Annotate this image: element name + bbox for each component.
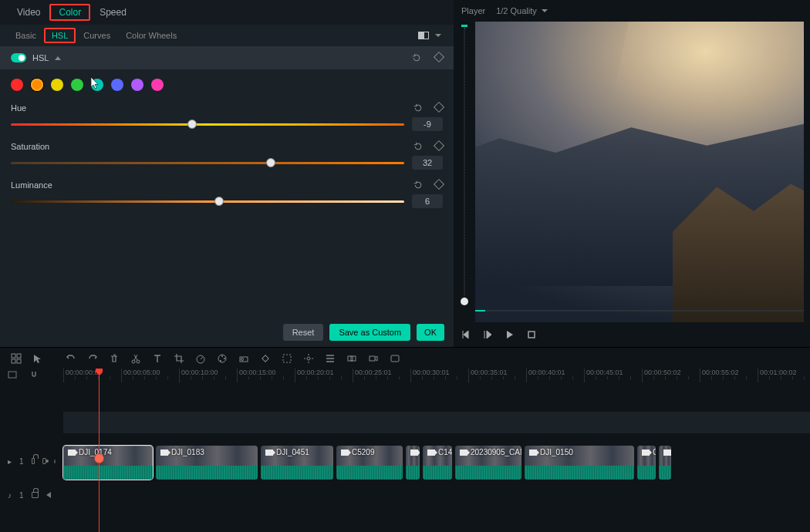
subtab-color-wheels[interactable]: Color Wheels <box>118 28 184 43</box>
save-as-custom-button[interactable]: Save as Custom <box>329 324 410 341</box>
hue-value[interactable]: -9 <box>412 117 443 131</box>
snap-icon[interactable] <box>29 370 40 381</box>
tab-video[interactable]: Video <box>8 4 49 21</box>
record-icon[interactable] <box>368 353 379 364</box>
subtab-curves[interactable]: Curves <box>76 28 118 43</box>
group-icon[interactable] <box>346 353 357 364</box>
clip-3[interactable]: C5209 <box>336 446 403 480</box>
play-rev-icon[interactable] <box>483 329 494 340</box>
saturation-reset-icon[interactable] <box>413 142 423 151</box>
timeline-ruler[interactable]: 00:00:00:0000:00:05:0000:00:10:0000:00:1… <box>63 369 810 382</box>
mute-dot-icon[interactable] <box>54 460 56 463</box>
ok-button[interactable]: OK <box>417 324 444 341</box>
stop-icon[interactable] <box>526 329 537 340</box>
mask-icon[interactable] <box>238 353 249 364</box>
clip-7[interactable]: DJI_0150 <box>525 446 634 480</box>
zoom-handle[interactable] <box>461 298 468 305</box>
swatch-5[interactable] <box>111 79 123 91</box>
more-icon[interactable] <box>390 353 400 364</box>
delete-icon[interactable] <box>109 353 120 364</box>
hue-keyframe-icon[interactable] <box>434 102 444 113</box>
tab-color[interactable]: Color <box>49 4 90 21</box>
saturation-keyframe-icon[interactable] <box>434 140 444 151</box>
tracks-area[interactable]: 00:00:00:0000:00:05:0000:00:10:0000:00:1… <box>63 369 810 532</box>
compare-menu-chevron-icon[interactable] <box>435 34 441 37</box>
marker-icon[interactable] <box>303 353 314 364</box>
section-keyframe-icon[interactable] <box>434 52 444 62</box>
speaker-icon[interactable] <box>46 492 51 498</box>
player-zoom-rail[interactable] <box>454 22 475 322</box>
hsl-section-header[interactable]: HSL <box>0 46 454 69</box>
video-track-1-header[interactable]: ▸ 1 <box>0 443 63 480</box>
eye-icon[interactable] <box>42 458 46 464</box>
playhead-grip-icon[interactable] <box>94 453 104 463</box>
clip-8[interactable]: C7 <box>637 446 656 480</box>
swatch-2[interactable] <box>51 79 63 91</box>
thumbnail-mode-icon[interactable] <box>8 370 19 381</box>
tab-speed[interactable]: Speed <box>90 4 136 21</box>
audio-track-number: 1 <box>19 491 24 500</box>
subtab-hsl[interactable]: HSL <box>44 28 76 43</box>
keyframe-tool-icon[interactable] <box>260 353 271 364</box>
clip-9[interactable]: C <box>659 446 671 480</box>
lock-icon[interactable] <box>32 492 39 498</box>
luminance-slider-handle[interactable] <box>214 197 224 206</box>
video-track-1[interactable]: DJI_0174DJI_0183DJI_0451C5209CC143202309… <box>63 446 810 480</box>
swatch-7[interactable] <box>151 79 164 91</box>
luminance-reset-icon[interactable] <box>413 180 423 190</box>
clip-6[interactable]: 20230905_CAM_A <box>455 446 521 480</box>
lock-icon[interactable] <box>32 458 35 464</box>
clip-label: C7 <box>642 448 656 456</box>
clip-2[interactable]: DJI_0451 <box>261 446 333 480</box>
svg-rect-21 <box>8 372 16 378</box>
prev-frame-icon[interactable] <box>461 329 472 340</box>
swatch-3[interactable] <box>71 79 83 91</box>
crop-icon[interactable] <box>174 353 184 364</box>
luminance-keyframe-icon[interactable] <box>434 179 444 190</box>
subtab-basic[interactable]: Basic <box>8 28 44 43</box>
video-track-badge: ▸ <box>8 457 12 466</box>
hue-slider[interactable] <box>11 123 404 126</box>
speed-icon[interactable] <box>195 353 206 364</box>
split-icon[interactable] <box>130 353 141 364</box>
audio-track-1-header[interactable]: ♪ 1 <box>0 480 63 510</box>
hue-reset-icon[interactable] <box>413 103 423 113</box>
clip-label: C5209 <box>341 448 374 456</box>
undo-icon[interactable] <box>66 353 76 364</box>
redo-icon[interactable] <box>87 353 98 364</box>
luminance-slider[interactable] <box>11 200 404 203</box>
player-preview[interactable] <box>475 22 804 322</box>
saturation-slider[interactable] <box>11 162 404 164</box>
saturation-slider-handle[interactable] <box>266 158 275 167</box>
swatch-1[interactable] <box>31 79 43 91</box>
luminance-value[interactable]: 6 <box>412 194 443 208</box>
clip-label: C <box>410 448 420 456</box>
hsl-toggle[interactable] <box>11 53 26 62</box>
playhead[interactable] <box>99 369 100 532</box>
saturation-value[interactable]: 32 <box>412 156 443 170</box>
track-icon[interactable] <box>282 353 292 364</box>
clip-0[interactable]: DJI_0174 <box>63 446 153 480</box>
compare-view-icon[interactable] <box>418 32 429 39</box>
play-icon[interactable] <box>505 329 515 340</box>
swatch-0[interactable] <box>11 79 23 91</box>
chevron-down-icon <box>542 9 548 12</box>
swatch-6[interactable] <box>131 79 143 91</box>
hue-slider-handle[interactable] <box>187 120 197 129</box>
clip-1[interactable]: DJI_0183 <box>156 446 258 480</box>
player-quality-dropdown[interactable]: 1/2 Quality <box>496 6 548 15</box>
tool-select-icon[interactable] <box>11 353 22 364</box>
player-progress[interactable] <box>475 310 804 311</box>
player-label: Player <box>461 6 485 15</box>
color-icon[interactable] <box>217 353 228 364</box>
tool-cursor-icon[interactable] <box>32 353 43 364</box>
clip-5[interactable]: C143 <box>423 446 452 480</box>
clip-4[interactable]: C <box>406 446 420 480</box>
list-icon[interactable] <box>325 353 336 364</box>
section-reset-icon[interactable] <box>412 53 421 62</box>
video-icon <box>642 450 650 456</box>
reset-button[interactable]: Reset <box>283 324 324 341</box>
collapse-icon[interactable] <box>55 56 61 60</box>
swatch-4[interactable] <box>91 79 103 91</box>
text-icon[interactable] <box>152 353 163 364</box>
